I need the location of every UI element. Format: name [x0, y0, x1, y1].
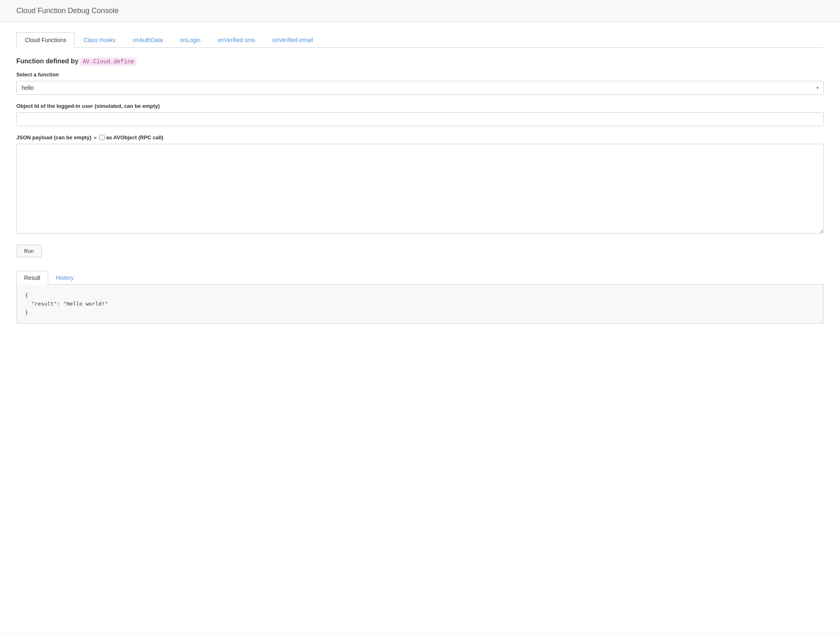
result-text: { "result": "Hello world!" }: [25, 291, 815, 317]
select-function-dropdown[interactable]: hello: [16, 81, 824, 95]
page-header: Cloud Function Debug Console: [0, 0, 840, 22]
object-id-input[interactable]: [16, 112, 824, 126]
top-tabs: Cloud Functions Class Hooks onAuthData o…: [16, 32, 824, 48]
json-payload-arrow: »: [94, 134, 97, 141]
section-title: Function defined by AV.Cloud.define: [16, 58, 824, 65]
select-function-label: Select a function: [16, 71, 824, 78]
tab-on-auth-data[interactable]: onAuthData: [124, 32, 172, 48]
result-section: Result History { "result": "Hello world!…: [16, 270, 824, 324]
select-function-group: Select a function hello ▾: [16, 71, 824, 95]
page-content: Cloud Functions Class Hooks onAuthData o…: [0, 22, 840, 633]
tab-cloud-functions[interactable]: Cloud Functions: [16, 32, 75, 48]
json-payload-label-row: JSON payload (can be empty) » as AVObjec…: [16, 134, 824, 141]
result-tabs: Result History: [16, 270, 824, 285]
tab-history[interactable]: History: [48, 271, 82, 285]
result-content: { "result": "Hello world!" }: [16, 285, 824, 324]
object-id-label: Object Id of the logged-in user (simulat…: [16, 103, 824, 109]
tab-on-verified-email[interactable]: onVerified email: [264, 32, 322, 48]
json-payload-group: JSON payload (can be empty) » as AVObjec…: [16, 134, 824, 235]
avobject-checkbox[interactable]: [99, 135, 105, 140]
section-title-code: AV.Cloud.define: [80, 58, 136, 66]
object-id-group: Object Id of the logged-in user (simulat…: [16, 103, 824, 126]
tab-class-hooks[interactable]: Class Hooks: [75, 32, 124, 48]
tab-on-verified-sms[interactable]: onVerified sms: [209, 32, 264, 48]
json-payload-textarea[interactable]: [16, 144, 824, 234]
run-button[interactable]: Run: [16, 245, 42, 257]
json-payload-label-text: JSON payload (can be empty): [16, 134, 92, 141]
tab-on-login[interactable]: onLogin: [172, 32, 209, 48]
select-function-wrapper: hello ▾: [16, 81, 824, 95]
tab-result[interactable]: Result: [16, 271, 48, 285]
section-title-prefix: Function defined by: [16, 58, 80, 65]
avobject-checkbox-wrapper: as AVObject (RPC call): [99, 134, 163, 141]
avobject-label: as AVObject (RPC call): [106, 134, 163, 141]
page-title: Cloud Function Debug Console: [16, 7, 824, 15]
